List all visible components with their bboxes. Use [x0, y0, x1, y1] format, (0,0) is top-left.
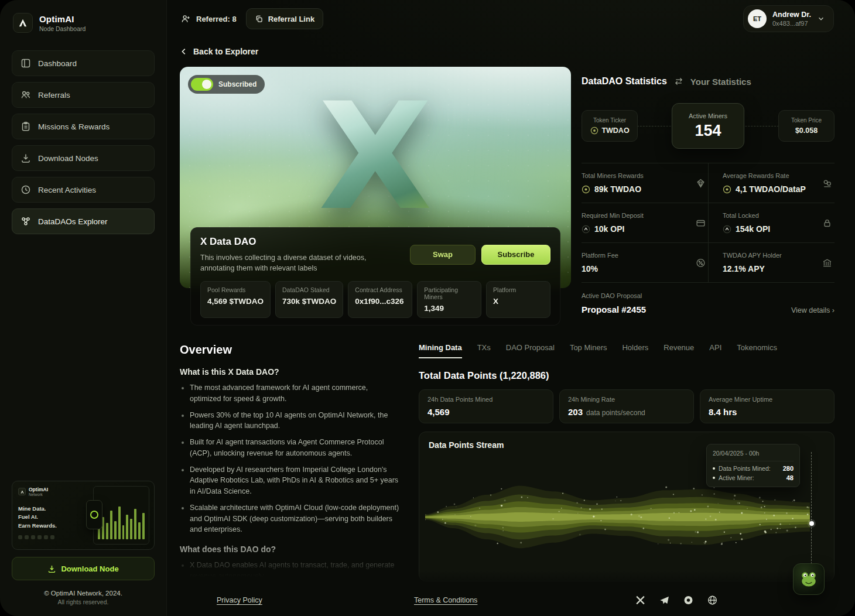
- stat-chip-contract-address[interactable]: Contract Address 0x1f90...c326: [348, 281, 412, 318]
- tooltip-row: Data Points Mined: 280: [713, 465, 794, 472]
- swap-button[interactable]: Swap: [410, 245, 476, 265]
- tab-your-statistics[interactable]: Your Statistics: [690, 77, 751, 87]
- mining-tabs: Mining Data TXs DAO Proposal Top Miners …: [419, 343, 835, 358]
- tab-holders[interactable]: Holders: [622, 343, 648, 358]
- user-name: Andrew Dr.: [772, 11, 811, 19]
- token-price-card[interactable]: Token Price $0.058: [778, 110, 835, 142]
- wallet-card-icon: [696, 218, 706, 228]
- sidebar-item-label: Recent Activities: [38, 186, 96, 194]
- app-window: OptimAI Node Dashboard Dashboard Referra…: [0, 0, 855, 616]
- tab-tokenomics[interactable]: Tokenomics: [737, 343, 777, 358]
- opi-token-icon: [723, 225, 731, 234]
- twdao-token-icon: [590, 126, 598, 135]
- globe-icon[interactable]: [707, 596, 717, 605]
- user-menu[interactable]: ET Andrew Dr. 0x483...af97: [743, 5, 834, 32]
- telegram-icon[interactable]: [659, 596, 669, 605]
- token-ticker-card[interactable]: Token Ticker TWDAO: [582, 110, 638, 142]
- sidebar-item-download-nodes[interactable]: Download Nodes: [12, 145, 155, 171]
- bullet: The most advanced framework for AI agent…: [190, 382, 401, 405]
- dao-description: This involves collecting a diverse datas…: [200, 252, 399, 273]
- stat-twdao-apy-holder: TWDAO APY Holder 12.1% APY: [708, 243, 835, 283]
- terms-conditions-link[interactable]: Terms & Conditions: [414, 596, 477, 604]
- overview-title: Overview: [180, 343, 401, 357]
- sidebar-item-label: Referrals: [38, 91, 70, 100]
- coins-icon: [822, 178, 832, 188]
- tab-txs[interactable]: TXs: [477, 343, 491, 358]
- topbar: Referred: 8 Referral Link ET Andrew Dr. …: [167, 0, 855, 37]
- main-area: Referred: 8 Referral Link ET Andrew Dr. …: [167, 0, 855, 616]
- overview-question-2: What does this DAO do?: [180, 545, 401, 554]
- overview-bullets-1: The most advanced framework for AI agent…: [180, 382, 401, 535]
- bullet: Built for AI agent transactions via Agen…: [190, 437, 401, 459]
- sidebar-item-datadaos-explorer[interactable]: DataDAOs Explorer: [12, 208, 155, 234]
- sidebar-item-dashboard[interactable]: Dashboard: [12, 50, 155, 76]
- download-icon: [47, 564, 56, 573]
- tooltip-date: 20/04/2025 - 00h: [713, 450, 794, 461]
- stat-platform-fee: Platform Fee 10%: [582, 243, 708, 283]
- explorer-icon: [20, 216, 31, 227]
- stat-required-min-deposit: Required Min Deposit 10k OPI: [582, 203, 708, 243]
- swap-stats-icon[interactable]: [674, 77, 683, 86]
- card-average-miner-uptime: Average Miner Uptime 8.4 hrs: [700, 389, 835, 423]
- sidebar-nav: Dashboard Referrals Missions & Rewards D…: [12, 50, 155, 234]
- datadao-statistics-panel: DataDAO Statistics Your Statistics Token…: [582, 67, 835, 326]
- subscribe-button[interactable]: Subscribe: [481, 245, 550, 265]
- chart-tooltip: 20/04/2025 - 00h Data Points Mined: 280 …: [706, 444, 800, 487]
- sidebar-item-label: DataDAOs Explorer: [38, 217, 108, 226]
- sidebar-item-referrals[interactable]: Referrals: [12, 82, 155, 108]
- chevron-down-icon: [817, 15, 825, 23]
- view-details-link[interactable]: View details ›: [791, 306, 835, 314]
- percent-circle-icon: [696, 258, 706, 268]
- active-dao-proposal: Active DAO Proposal Proposal #2455 View …: [582, 283, 835, 314]
- app-subtitle: Node Dashboard: [39, 25, 86, 32]
- frog-mascot-icon: [798, 569, 819, 590]
- optimai-mini-logo-icon: [18, 488, 26, 495]
- sidebar-item-missions[interactable]: Missions & Rewards: [12, 114, 155, 139]
- tab-mining-data[interactable]: Mining Data: [419, 343, 462, 358]
- subscribed-toggle[interactable]: Subscribed: [188, 75, 265, 94]
- social-links: [635, 596, 717, 605]
- app-name: OptimAI: [39, 14, 86, 24]
- x-twitter-icon[interactable]: [635, 596, 645, 605]
- app-logo: OptimAI Node Dashboard: [12, 13, 155, 33]
- referred-count: Referred: 8: [181, 14, 237, 24]
- dao-summary-card: X Data DAO This involves collecting a di…: [190, 227, 560, 326]
- tab-api[interactable]: API: [709, 343, 721, 358]
- mascot-widget[interactable]: [793, 563, 825, 595]
- sidebar: OptimAI Node Dashboard Dashboard Referra…: [0, 0, 167, 616]
- community-icon[interactable]: [683, 596, 693, 605]
- card-24h-data-points-mined: 24h Data Points Mined 4,569: [419, 389, 553, 423]
- privacy-policy-link[interactable]: Privacy Policy: [217, 596, 262, 604]
- mining-stat-cards: 24h Data Points Mined 4,569 24h Mining R…: [419, 389, 835, 423]
- twdao-token-icon: [582, 185, 590, 194]
- bullet: Developed by AI researchers from Imperia…: [190, 464, 401, 497]
- promo-phone-preview: [86, 500, 102, 529]
- opi-token-icon: [582, 225, 590, 234]
- overview-section: Overview What is this X Data DAO? The mo…: [180, 343, 401, 580]
- twdao-token-icon: [723, 185, 731, 194]
- active-miners-card[interactable]: Active Miners 154: [672, 103, 744, 149]
- tab-top-miners[interactable]: Top Miners: [570, 343, 607, 358]
- tab-datadao-statistics[interactable]: DataDAO Statistics: [582, 76, 667, 87]
- statistics-grid: Total Miners Rewards 89k TWDAO Average R…: [582, 163, 835, 283]
- referral-link-button[interactable]: Referral Link: [246, 8, 323, 29]
- promo-app-name: OptimAI: [29, 487, 48, 492]
- toggle-switch-on[interactable]: [191, 78, 213, 91]
- token-cards-row: Token Ticker TWDAO Active Miners 154 Tok…: [582, 103, 835, 149]
- avatar: ET: [748, 9, 767, 28]
- sidebar-item-recent-activities[interactable]: Recent Activities: [12, 177, 155, 203]
- dao-hero: X Subscribed X Data DAO This involves co…: [180, 67, 571, 326]
- chart-cursor-dot: [809, 521, 814, 526]
- promo-banner[interactable]: OptimAI Network Mine Data. Fuel AI. Earn…: [12, 481, 155, 550]
- sidebar-item-label: Download Nodes: [38, 154, 98, 163]
- overview-question-1: What is this X Data DAO?: [180, 367, 401, 377]
- tab-revenue[interactable]: Revenue: [664, 343, 694, 358]
- stat-chip-platform: Platform X: [486, 281, 550, 318]
- tab-dao-proposal[interactable]: DAO Proposal: [506, 343, 555, 358]
- chevron-left-icon: [180, 47, 188, 56]
- back-to-explorer-link[interactable]: Back to Explorer: [180, 47, 258, 56]
- download-node-button[interactable]: Download Node: [12, 557, 155, 580]
- gem-icon: [696, 178, 706, 188]
- missions-icon: [20, 121, 31, 132]
- data-points-stream-chart[interactable]: Data Points Stream 20/04/2025 - 00h Data…: [419, 432, 835, 581]
